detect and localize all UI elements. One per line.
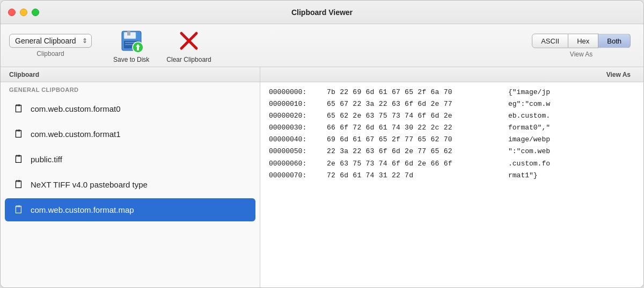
hex-row: 00000070:72 6d 61 74 31 22 7drmat1"} (269, 170, 635, 182)
hex-bytes: 65 62 2e 63 75 73 74 6f 6d 2e (327, 110, 504, 122)
save-label: Save to Disk (113, 56, 149, 63)
hex-row: 00000010:65 67 22 3a 22 63 6f 6d 2e 77eg… (269, 98, 635, 110)
traffic-lights (8, 9, 39, 16)
view-as-both-button[interactable]: Both (598, 33, 631, 48)
maximize-button[interactable] (32, 9, 39, 16)
view-as-buttons: ASCII Hex Both (532, 33, 631, 48)
list-item-selected[interactable]: 🗒 com.web.custom.format.map (5, 198, 255, 221)
window-title: Clipboard Viewer (291, 8, 353, 17)
hex-bytes: 22 3a 22 63 6f 6d 2e 77 65 62 (327, 146, 504, 157)
file-icon: 🗒 (13, 103, 24, 115)
hex-row: 00000000:7b 22 69 6d 61 67 65 2f 6a 70{"… (269, 87, 635, 98)
clear-icon (176, 28, 202, 54)
close-button[interactable] (8, 9, 16, 16)
svg-rect-2 (127, 31, 130, 35)
clipboard-column-header: Clipboard (1, 67, 260, 82)
list-item-label: public.tiff (31, 155, 62, 164)
hex-offset: 00000070: (269, 170, 323, 182)
hex-bytes: 69 6d 61 67 65 2f 77 65 62 70 (327, 134, 504, 146)
hex-ascii: format0"," (508, 122, 550, 134)
hex-offset: 00000010: (269, 98, 323, 110)
list-item-label: NeXT TIFF v4.0 pasteboard type (31, 180, 148, 189)
hex-row: 00000040:69 6d 61 67 65 2f 77 65 62 70im… (269, 134, 635, 146)
save-to-disk-button[interactable]: Save to Disk (113, 28, 149, 63)
hex-bytes: 65 67 22 3a 22 63 6f 6d 2e 77 (327, 98, 504, 110)
save-icon (119, 28, 144, 54)
file-icon: 🗒 (13, 204, 24, 216)
list-item[interactable]: 🗒 public.tiff (5, 148, 255, 171)
hex-ascii: eg":"com.w (508, 98, 550, 110)
hex-row: 00000030:66 6f 72 6d 61 74 30 22 2c 22fo… (269, 122, 635, 134)
clipboard-select[interactable]: General Clipboard (9, 34, 92, 48)
view-as-section: ASCII Hex Both View As (532, 33, 631, 57)
hex-offset: 00000000: (269, 87, 323, 98)
hex-ascii: {"image/jp (508, 87, 550, 98)
hex-offset: 00000040: (269, 134, 323, 146)
hex-bytes: 7b 22 69 6d 61 67 65 2f 6a 70 (327, 87, 504, 98)
view-as-label: View As (570, 50, 592, 57)
clipboard-select-wrap: General Clipboard ⇕ (9, 34, 92, 48)
hex-bytes: 2e 63 75 73 74 6f 6d 2e 66 6f (327, 158, 504, 170)
hex-bytes: 66 6f 72 6d 61 74 30 22 2c 22 (327, 122, 504, 134)
toolbar: General Clipboard ⇕ Clipboard (1, 24, 643, 67)
clear-label: Clear Clipboard (166, 56, 211, 63)
hex-offset: 00000030: (269, 122, 323, 134)
list-item[interactable]: 🗒 com.web.custom.format1 (5, 123, 255, 146)
file-icon: 🗒 (13, 153, 24, 165)
minimize-button[interactable] (20, 9, 27, 16)
hex-row: 00000020:65 62 2e 63 75 73 74 6f 6d 2eeb… (269, 110, 635, 122)
left-panel: GENERAL CLIPBOARD 🗒 com.web.custom.forma… (1, 82, 260, 287)
clear-clipboard-button[interactable]: Clear Clipboard (166, 28, 211, 63)
hex-ascii: rmat1"} (508, 170, 538, 182)
view-as-column-header: View As (260, 67, 643, 82)
hex-offset: 00000050: (269, 146, 323, 157)
clipboard-selector-group: General Clipboard ⇕ Clipboard (9, 34, 92, 57)
hex-ascii: .custom.fo (508, 158, 550, 170)
hex-offset: 00000020: (269, 110, 323, 122)
list-item-label: com.web.custom.format1 (31, 129, 121, 139)
hex-row: 00000050:22 3a 22 63 6f 6d 2e 77 65 62":… (269, 146, 635, 157)
hex-bytes: 72 6d 61 74 31 22 7d (327, 170, 504, 182)
file-icon: 🗒 (13, 178, 24, 191)
hex-ascii: image/webp (508, 134, 550, 146)
file-icon: 🗒 (13, 128, 24, 140)
hex-ascii: ":"com.web (508, 146, 550, 157)
view-as-ascii-button[interactable]: ASCII (532, 33, 568, 48)
view-as-hex-button[interactable]: Hex (568, 33, 598, 48)
list-item[interactable]: 🗒 NeXT TIFF v4.0 pasteboard type (5, 173, 255, 196)
right-panel: 00000000:7b 22 69 6d 61 67 65 2f 6a 70{"… (260, 82, 643, 287)
list-item-label: com.web.custom.format.map (31, 205, 134, 214)
titlebar: Clipboard Viewer (1, 1, 643, 24)
column-headers: Clipboard View As (1, 67, 643, 82)
list-item-label: com.web.custom.format0 (31, 104, 121, 113)
section-header: GENERAL CLIPBOARD (1, 82, 260, 96)
main-window: Clipboard Viewer General Clipboard ⇕ Cli… (0, 0, 644, 288)
list-item[interactable]: 🗒 com.web.custom.format0 (5, 97, 255, 120)
hex-offset: 00000060: (269, 158, 323, 170)
main-content: GENERAL CLIPBOARD 🗒 com.web.custom.forma… (1, 82, 643, 287)
hex-row: 00000060:2e 63 75 73 74 6f 6d 2e 66 6f.c… (269, 158, 635, 170)
toolbar-actions: Save to Disk Clear Clipboard (113, 28, 211, 63)
clipboard-label: Clipboard (36, 50, 64, 57)
hex-ascii: eb.custom. (508, 110, 550, 122)
